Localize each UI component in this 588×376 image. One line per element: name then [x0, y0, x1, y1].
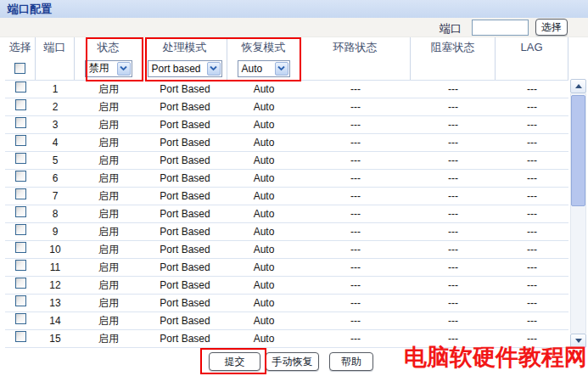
dropdown-arrow-icon[interactable] — [117, 62, 131, 76]
scroll-up-icon — [575, 84, 582, 88]
cell-loop-status: --- — [300, 98, 411, 115]
port-label: 端口 — [440, 21, 462, 36]
cell-process-mode: Port Based — [143, 152, 227, 169]
cell-process-mode: Port Based — [143, 277, 227, 294]
row-checkbox[interactable] — [15, 206, 26, 217]
row-checkbox[interactable] — [15, 242, 26, 253]
row-checkbox[interactable] — [15, 331, 26, 342]
cell-recovery-mode: Auto — [227, 241, 300, 258]
cell-loop-status: --- — [300, 277, 411, 294]
cell-status: 启用 — [75, 241, 143, 258]
cell-block-status: --- — [411, 134, 496, 151]
row-checkbox[interactable] — [15, 153, 26, 164]
cell-port: 14 — [36, 312, 75, 329]
cell-process-mode: Port Based — [143, 330, 227, 347]
cell-loop-status: --- — [300, 223, 411, 240]
cell-status: 启用 — [75, 116, 143, 133]
table-row: 10启用Port BasedAuto--------- — [5, 241, 568, 259]
dropdown-arrow-icon[interactable] — [207, 62, 221, 76]
scrollbar-track[interactable] — [570, 93, 586, 334]
cell-loop-status: --- — [300, 330, 411, 347]
row-checkbox[interactable] — [15, 99, 26, 110]
column-header-lag: LAG — [496, 37, 568, 57]
row-checkbox[interactable] — [15, 171, 26, 182]
cell-lag: --- — [496, 134, 568, 151]
table-row: 2启用Port BasedAuto--------- — [5, 98, 568, 116]
status-filter-select[interactable]: 禁用 — [85, 60, 132, 77]
cell-lag: --- — [496, 259, 568, 276]
row-checkbox[interactable] — [15, 135, 26, 146]
watermark-text: 电脑软硬件教程网 — [404, 342, 587, 373]
cell-lag: --- — [496, 295, 568, 311]
cell-block-status: --- — [411, 170, 496, 187]
cell-process-mode: Port Based — [143, 134, 227, 151]
process-mode-filter-select[interactable]: Port based — [148, 60, 222, 77]
dropdown-arrow-icon[interactable] — [275, 62, 288, 76]
scroll-up-button[interactable] — [570, 79, 586, 93]
row-checkbox[interactable] — [15, 81, 26, 93]
cell-status: 启用 — [75, 188, 143, 205]
submit-button[interactable]: 提交 — [209, 352, 260, 371]
cell-loop-status: --- — [300, 312, 411, 329]
table-scrollbar[interactable] — [570, 79, 586, 348]
cell-recovery-mode: Auto — [227, 277, 300, 294]
cell-status: 启用 — [75, 330, 143, 347]
cell-port: 8 — [36, 205, 75, 222]
recovery-mode-filter-value: Auto — [238, 63, 274, 75]
table-filter-row: 禁用 Port based Auto — [5, 57, 568, 81]
table-row: 8启用Port BasedAuto--------- — [5, 205, 568, 223]
cell-status: 启用 — [75, 98, 143, 115]
select-all-checkbox[interactable] — [14, 63, 25, 74]
row-checkbox[interactable] — [15, 313, 26, 324]
table-row: 6启用Port BasedAuto--------- — [5, 170, 568, 188]
cell-port: 12 — [36, 277, 75, 294]
cell-port: 11 — [36, 259, 75, 276]
column-header-port: 端口 — [36, 37, 75, 57]
cell-loop-status: --- — [300, 116, 411, 133]
cell-loop-status: --- — [300, 188, 411, 205]
cell-lag: --- — [496, 241, 568, 258]
cell-process-mode: Port Based — [143, 170, 227, 187]
status-filter-value: 禁用 — [86, 61, 116, 76]
cell-process-mode: Port Based — [143, 259, 227, 276]
cell-status: 启用 — [75, 223, 143, 240]
row-checkbox[interactable] — [15, 188, 26, 199]
table-row: 12启用Port BasedAuto--------- — [5, 277, 568, 295]
row-checkbox[interactable] — [15, 295, 26, 306]
cell-process-mode: Port Based — [143, 205, 227, 222]
cell-recovery-mode: Auto — [227, 116, 300, 133]
cell-port: 9 — [36, 223, 75, 240]
cell-recovery-mode: Auto — [227, 81, 300, 98]
cell-block-status: --- — [411, 223, 496, 240]
page-title: 端口配置 — [0, 0, 588, 18]
column-header-status: 状态 — [75, 37, 143, 57]
cell-status: 启用 — [75, 81, 143, 98]
row-checkbox[interactable] — [15, 260, 26, 271]
cell-loop-status: --- — [300, 205, 411, 222]
select-button[interactable]: 选择 — [535, 19, 568, 36]
help-button[interactable]: 帮助 — [329, 352, 373, 371]
cell-block-status: --- — [411, 312, 496, 329]
scrollbar-thumb[interactable] — [571, 95, 585, 206]
row-checkbox[interactable] — [15, 117, 26, 128]
table-body: 1启用Port BasedAuto---------2启用Port BasedA… — [0, 81, 588, 348]
cell-lag: --- — [496, 277, 568, 294]
port-input[interactable] — [472, 20, 529, 36]
cell-recovery-mode: Auto — [227, 330, 300, 347]
recovery-mode-filter-select[interactable]: Auto — [238, 60, 290, 77]
cell-process-mode: Port Based — [143, 241, 227, 258]
port-table: 选择 端口 状态 处理模式 恢复模式 环路状态 阻塞状态 LAG 禁用 — [0, 36, 588, 348]
cell-status: 启用 — [75, 312, 143, 329]
cell-block-status: --- — [411, 81, 496, 98]
cell-block-status: --- — [411, 98, 496, 115]
row-checkbox[interactable] — [15, 278, 26, 289]
cell-status: 启用 — [75, 170, 143, 187]
cell-lag: --- — [496, 312, 568, 329]
table-header-row: 选择 端口 状态 处理模式 恢复模式 环路状态 阻塞状态 LAG — [5, 37, 568, 57]
cell-process-mode: Port Based — [143, 295, 227, 311]
cell-recovery-mode: Auto — [227, 188, 300, 205]
column-header-recovery-mode: 恢复模式 — [227, 37, 300, 57]
manual-recovery-button[interactable]: 手动恢复 — [266, 352, 319, 371]
row-checkbox[interactable] — [15, 224, 26, 235]
cell-block-status: --- — [411, 241, 496, 258]
